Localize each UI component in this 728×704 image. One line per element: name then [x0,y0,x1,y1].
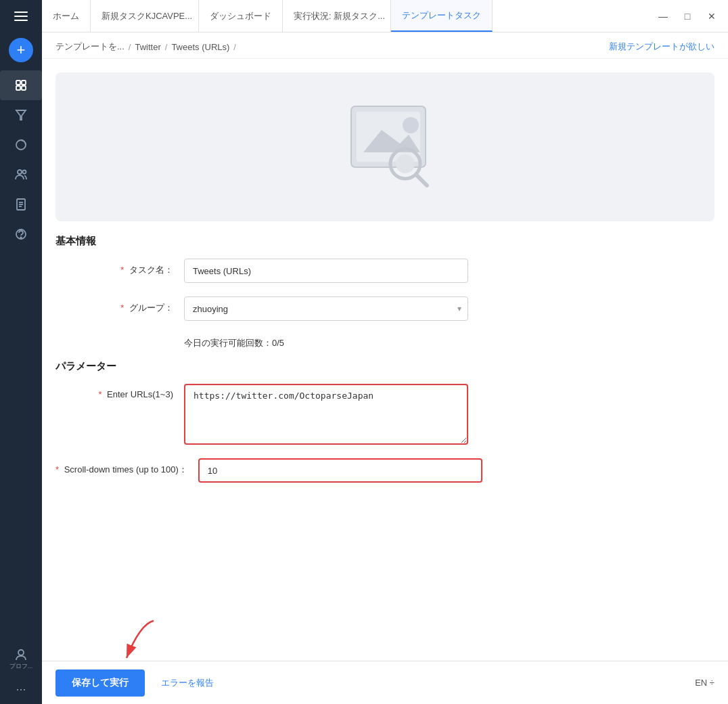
close-button[interactable]: ✕ [701,5,723,27]
sidebar: + [0,0,42,704]
url-required-mark: * [98,389,101,399]
task-name-row: * タスク名： [55,259,714,283]
url-row: * Enter URLs(1~3) [55,384,714,445]
maximize-button[interactable]: □ [677,5,698,27]
svg-point-16 [20,237,22,238]
run-count-info: 今日の実行可能回数：0/5 [55,334,714,360]
tab-execution-status[interactable]: 実行状況: 新規タスク... [283,0,391,32]
more-options-button[interactable]: ... [0,674,42,699]
minimize-button[interactable]: — [652,5,674,27]
bottom-bar: 保存して実行 エラーを報告 EN ÷ [42,661,728,704]
task-name-input[interactable] [184,259,468,283]
sidebar-item-analytics[interactable] [0,130,42,160]
svg-point-17 [18,650,24,655]
task-name-required-mark: * [120,265,124,275]
sidebar-item-tasks[interactable] [0,70,42,100]
svg-rect-0 [14,12,28,13]
placeholder-image-icon [331,100,439,194]
url-input[interactable] [184,384,468,445]
breadcrumb-sep-1: / [129,42,131,52]
svg-line-24 [416,175,427,185]
scroll-input[interactable] [198,458,482,483]
breadcrumb-tweets-urls: Tweets (URLs) [171,42,229,52]
titlebar: ホーム 新規タスクKJCAVPE... ✕ ダッシュボード 実行状況: 新規タス… [42,0,728,32]
report-error-link[interactable]: エラーを報告 [161,677,214,689]
language-select[interactable]: EN ÷ [695,678,714,688]
sidebar-item-reports[interactable] [0,190,42,219]
svg-rect-6 [22,86,26,90]
template-image-placeholder [55,72,714,221]
sidebar-item-users[interactable] [0,160,42,190]
svg-point-9 [18,170,22,174]
svg-point-23 [396,154,415,173]
svg-rect-5 [16,86,20,90]
breadcrumb-twitter[interactable]: Twitter [135,42,160,52]
svg-rect-4 [22,81,26,85]
main-area: ホーム 新規タスクKJCAVPE... ✕ ダッシュボード 実行状況: 新規タス… [42,0,728,704]
svg-point-10 [23,171,26,174]
svg-marker-7 [16,110,26,120]
sidebar-item-support[interactable] [0,219,42,249]
basic-info-title: 基本情報 [55,235,714,248]
breadcrumb-sep-2: / [165,42,168,52]
url-label: * Enter URLs(1~3) [55,384,184,399]
scroll-required-mark: * [55,464,59,475]
content-area: テンプレートを... / Twitter / Tweets (URLs) / 新… [42,32,728,661]
group-required-mark: * [120,303,124,313]
breadcrumb-sep-3: / [233,42,236,52]
group-select-wrap: zhuoying ▾ [184,296,468,321]
tab-home[interactable]: ホーム [42,0,91,32]
profile-button[interactable]: プロフ... [0,644,42,674]
group-label: * グループ： [55,296,184,314]
new-template-link[interactable]: 新規テンプレートが欲しい [609,41,714,53]
form-section: 基本情報 * タスク名： * グループ： zhuoying [42,235,728,661]
lang-label: EN ÷ [695,678,714,688]
breadcrumb-templates[interactable]: テンプレートを... [55,41,124,53]
scroll-row: * Scroll-down times (up to 100)： [55,458,714,483]
scroll-label: * Scroll-down times (up to 100)： [55,458,198,476]
breadcrumb: テンプレートを... / Twitter / Tweets (URLs) / 新… [42,32,728,59]
tab-new-task[interactable]: 新規タスクKJCAVPE... ✕ [91,0,199,32]
tab-template-task[interactable]: テンプレートタスク [391,0,493,32]
group-select[interactable]: zhuoying [184,296,468,321]
svg-rect-1 [14,16,28,17]
window-controls: — □ ✕ [652,5,728,27]
profile-label: プロフ... [9,662,33,671]
group-row: * グループ： zhuoying ▾ [55,296,714,321]
svg-rect-3 [16,81,20,85]
task-name-label: * タスク名： [55,259,184,276]
svg-point-21 [403,117,419,133]
tab-dashboard[interactable]: ダッシュボード [199,0,283,32]
add-task-button[interactable]: + [9,38,33,62]
parameters-title: パラメーター [55,360,714,373]
svg-rect-2 [14,20,28,21]
more-icon: ... [16,680,26,694]
sidebar-hamburger-icon[interactable] [0,0,42,32]
save-run-button[interactable]: 保存して実行 [55,669,145,697]
sidebar-item-filter[interactable] [0,100,42,130]
